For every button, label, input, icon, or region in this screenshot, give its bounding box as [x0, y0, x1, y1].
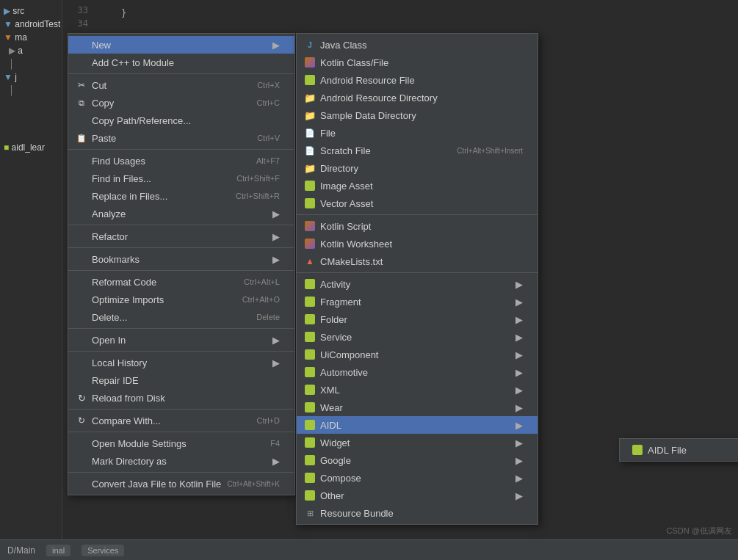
submenu-item-sample-data-dir[interactable]: 📁 Sample Data Directory	[297, 106, 538, 124]
activity-icon	[304, 278, 316, 290]
open-in-arrow-icon: ▶	[272, 335, 280, 346]
menu-item-repair-ide[interactable]: Repair IDE	[68, 371, 294, 389]
submenu-item-ui-component[interactable]: UiComponent ▶	[297, 346, 538, 363]
copy-icon: ⧉	[76, 97, 87, 109]
sep-9	[68, 432, 294, 432]
local-history-arrow-icon: ▶	[272, 357, 280, 368]
folder-icon	[304, 313, 316, 325]
mark-dir-arrow-icon: ▶	[272, 456, 280, 467]
fragment-arrow-icon: ▶	[515, 297, 523, 308]
image-asset-icon	[304, 180, 316, 192]
refactor-arrow-icon: ▶	[272, 231, 280, 242]
menu-item-open-module[interactable]: Open Module Settings F4	[68, 434, 294, 452]
aidl-icon	[304, 419, 316, 431]
menu-item-paste[interactable]: 📋 Paste Ctrl+V	[68, 129, 294, 147]
submenu-item-java-class[interactable]: J Java Class	[297, 36, 538, 54]
menu-item-add-cpp[interactable]: Add C++ to Module	[68, 54, 294, 71]
replace-icon	[76, 190, 87, 202]
submenu-item-file[interactable]: 📄 File	[297, 124, 538, 142]
bookmarks-icon	[76, 253, 87, 265]
compose-icon	[304, 472, 316, 484]
arrow-icon: ▶	[272, 40, 280, 51]
submenu-item-image-asset[interactable]: Image Asset	[297, 177, 538, 194]
submenu-item-xml[interactable]: XML ▶	[297, 381, 538, 399]
submenu-item-fragment[interactable]: Fragment ▶	[297, 293, 538, 310]
bottom-btn-services[interactable]: Services	[82, 545, 124, 556]
menu-item-find-in-files[interactable]: Find in Files... Ctrl+Shift+F	[68, 170, 294, 187]
aidl-file-item[interactable]: AIDL File	[620, 441, 738, 459]
ui-component-icon	[304, 349, 316, 360]
menu-item-delete[interactable]: Delete... Delete	[68, 308, 294, 326]
submenu-item-activity[interactable]: Activity ▶	[297, 275, 538, 293]
submenu-item-google[interactable]: Google ▶	[297, 451, 538, 469]
add-cpp-icon	[76, 57, 87, 68]
menu-item-reformat[interactable]: Reformat Code Ctrl+Alt+L	[68, 273, 294, 291]
submenu-item-android-resource-file[interactable]: Android Resource File	[297, 71, 538, 89]
bottom-btn-1[interactable]: inal	[46, 545, 70, 556]
menu-item-convert-java[interactable]: Convert Java File to Kotlin File Ctrl+Al…	[68, 475, 294, 492]
tree-src: ▶ src	[0, 0, 62, 18]
open-in-icon	[76, 334, 87, 346]
menu-item-copy[interactable]: ⧉ Copy Ctrl+C	[68, 94, 294, 112]
menu-item-replace-in-files[interactable]: Replace in Files... Ctrl+Shift+R	[68, 187, 294, 205]
submenu-item-aidl[interactable]: AIDL ▶	[297, 416, 538, 434]
submenu-item-directory[interactable]: 📁 Directory	[297, 159, 538, 177]
submenu-item-other[interactable]: Other ▶	[297, 487, 538, 504]
sep-5	[68, 270, 294, 271]
main-context-menu: New ▶ Add C++ to Module ✂ Cut Ctrl+X ⧉ C…	[68, 33, 295, 495]
menu-item-analyze[interactable]: Analyze ▶	[68, 205, 294, 222]
tree-sub1: ▶ a	[0, 44, 62, 57]
menu-item-optimize[interactable]: Optimize Imports Ctrl+Alt+O	[68, 291, 294, 308]
tree-j: ▼ j	[0, 70, 62, 84]
menu-item-refactor[interactable]: Refactor ▶	[68, 228, 294, 245]
submenu-item-automotive[interactable]: Automotive ▶	[297, 363, 538, 381]
menu-item-local-history[interactable]: Local History ▶	[68, 354, 294, 371]
repair-icon	[76, 374, 87, 386]
sep-3	[68, 225, 294, 225]
submenu-item-resource-bundle[interactable]: ⊞ Resource Bundle	[297, 504, 538, 522]
submenu-item-compose[interactable]: Compose ▶	[297, 469, 538, 487]
menu-item-open-in[interactable]: Open In ▶	[68, 331, 294, 349]
kotlin-script-icon	[304, 220, 316, 232]
menu-item-reload-disk[interactable]: ↻ Reload from Disk	[68, 389, 294, 407]
sep-7	[68, 351, 294, 352]
submenu-item-vector-asset[interactable]: Vector Asset	[297, 194, 538, 212]
folder-arrow-icon: ▶	[515, 314, 523, 325]
tree-jsub: │	[0, 84, 62, 97]
submenu-item-android-resource-dir[interactable]: 📁 Android Resource Directory	[297, 89, 538, 106]
activity-arrow-icon: ▶	[515, 279, 523, 290]
automotive-arrow-icon: ▶	[515, 367, 523, 378]
aidl-arrow-icon: ▶	[515, 420, 523, 431]
mark-dir-icon	[76, 455, 87, 467]
submenu-item-wear[interactable]: Wear ▶	[297, 399, 538, 416]
analyze-arrow-icon: ▶	[272, 208, 280, 219]
java-class-icon: J	[304, 39, 316, 51]
submenu-item-folder[interactable]: Folder ▶	[297, 310, 538, 328]
submenu-item-kotlin-script[interactable]: Kotlin Script	[297, 217, 538, 235]
menu-item-new[interactable]: New ▶	[68, 36, 294, 54]
menu-item-find-usages[interactable]: Find Usages Alt+F7	[68, 152, 294, 170]
other-icon	[304, 490, 316, 501]
menu-item-compare-with[interactable]: ↻ Compare With... Ctrl+D	[68, 412, 294, 429]
android-resource-dir-icon: 📁	[304, 92, 316, 103]
paste-icon: 📋	[76, 132, 87, 144]
compare-icon: ↻	[76, 415, 87, 426]
submenu-item-scratch-file[interactable]: 📄 Scratch File Ctrl+Alt+Shift+Insert	[297, 142, 538, 159]
menu-item-copy-path[interactable]: Copy Path/Reference...	[68, 112, 294, 129]
refactor-icon	[76, 230, 87, 242]
submenu-item-widget[interactable]: Widget ▶	[297, 434, 538, 451]
submenu-item-service[interactable]: Service ▶	[297, 328, 538, 346]
android-resource-file-icon	[304, 74, 316, 86]
submenu-item-kotlin-class[interactable]: Kotlin Class/File	[297, 54, 538, 71]
submenu-item-kotlin-worksheet[interactable]: Kotlin Worksheet	[297, 235, 538, 252]
submenu-item-cmake[interactable]: ▲ CMakeLists.txt	[297, 252, 538, 270]
sep-4	[68, 247, 294, 248]
other-arrow-icon: ▶	[515, 490, 523, 501]
menu-item-mark-dir[interactable]: Mark Directory as ▶	[68, 452, 294, 470]
menu-item-cut[interactable]: ✂ Cut Ctrl+X	[68, 76, 294, 94]
wear-icon	[304, 401, 316, 413]
menu-item-bookmarks[interactable]: Bookmarks ▶	[68, 250, 294, 268]
google-icon	[304, 454, 316, 466]
sep-6	[68, 328, 294, 329]
aidl-submenu: AIDL File	[619, 438, 738, 462]
